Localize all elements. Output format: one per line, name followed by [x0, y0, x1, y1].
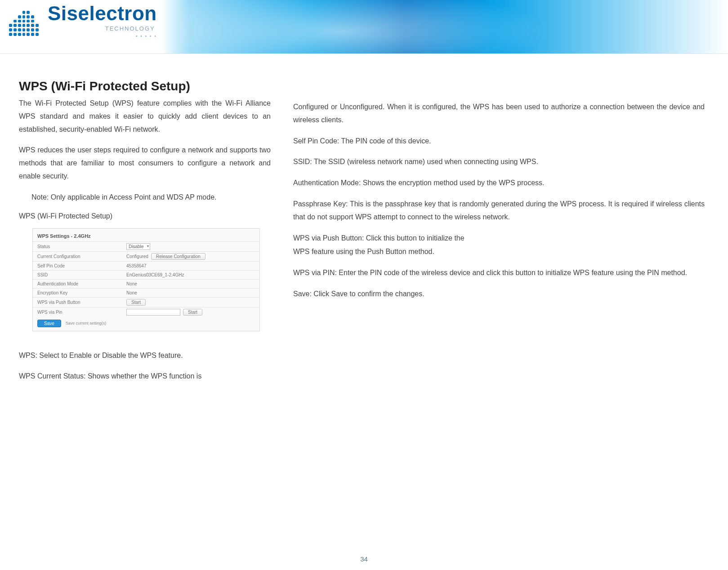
wpin-label: WPS via Pin	[37, 310, 123, 315]
wps-select-text: WPS: Select to Enable or Disable the WPS…	[19, 349, 271, 362]
brand-dots-icon: • • • • •	[136, 34, 157, 39]
release-config-button[interactable]: Release Configuration	[151, 253, 205, 260]
wps-settings-panel: WPS Settings - 2.4GHz Status Disable Cur…	[32, 228, 260, 331]
intro-para-2: WPS reduces the user steps required to c…	[19, 144, 271, 183]
section-subhead: WPS (Wi-Fi Protected Setup)	[19, 212, 271, 220]
row-push-button: WPS via Push Button Start	[33, 297, 259, 307]
wps-pin-input[interactable]	[126, 309, 180, 316]
r-para-self-pin: Self Pin Code: The PIN code of this devi…	[293, 135, 705, 148]
row-auth-mode: Authentication Mode None	[33, 279, 259, 288]
ssid-label: SSID	[37, 272, 123, 277]
save-button[interactable]: Save	[37, 320, 61, 327]
page-number: 34	[0, 555, 728, 563]
save-note: Save current setting(s)	[66, 321, 107, 325]
r-para-push-a: WPS via Push Button: Click this button t…	[293, 232, 705, 245]
row-wps-pin: WPS via Pin Start	[33, 307, 259, 317]
row-enc-key: Encryption Key None	[33, 288, 259, 297]
brand-name: Siselectron	[48, 4, 157, 23]
brand-subtitle: TECHNOLOGY	[105, 25, 155, 32]
auth-label: Authentication Mode	[37, 281, 123, 286]
pin-value: 45358647	[126, 263, 147, 268]
r-para-auth: Authentication Mode: Shows the encryptio…	[293, 177, 705, 190]
wps-settings-heading: WPS Settings - 2.4GHz	[33, 232, 259, 241]
logo: Siselectron TECHNOLOGY • • • • •	[6, 4, 157, 39]
row-current-config: Current Configuration Configured Release…	[33, 251, 259, 261]
auth-value: None	[126, 281, 137, 286]
wps-pin-start-button[interactable]: Start	[183, 309, 202, 316]
intro-para-1: The Wi-Fi Protected Setup (WPS) feature …	[19, 97, 271, 136]
r-para-pin: WPS via PIN: Enter the PIN code of the w…	[293, 267, 705, 280]
wps-current-status-text: WPS Current Status: Shows whether the WP…	[19, 370, 271, 383]
r-para-passphrase: Passphrase Key: This is the passphrase k…	[293, 198, 705, 224]
row-status: Status Disable	[33, 241, 259, 251]
status-select[interactable]: Disable	[126, 243, 150, 250]
page-title: WPS (Wi-Fi Protected Setup)	[19, 79, 271, 94]
enc-label: Encryption Key	[37, 290, 123, 295]
row-self-pin: Self Pin Code 45358647	[33, 261, 259, 270]
status-label: Status	[37, 244, 123, 249]
note-text: Note: Only applicable in Access Point an…	[31, 191, 253, 204]
r-para-1: Configured or Unconfigured. When it is c…	[293, 101, 705, 127]
enc-value: None	[126, 290, 137, 295]
pin-label: Self Pin Code	[37, 263, 123, 268]
r-para-push-b: WPS feature using the Push Button method…	[293, 245, 705, 258]
cfg-label: Current Configuration	[37, 254, 123, 259]
row-ssid: SSID EnGenius03CE69_1-2.4GHz	[33, 270, 259, 279]
cfg-value: Configured	[126, 254, 148, 259]
r-para-ssid: SSID: The SSID (wireless network name) u…	[293, 156, 705, 169]
header-banner: Siselectron TECHNOLOGY • • • • •	[0, 0, 728, 54]
logo-mark-icon	[6, 4, 41, 39]
ssid-value: EnGenius03CE69_1-2.4GHz	[126, 272, 184, 277]
r-para-save: Save: Click Save to confirm the changes.	[293, 288, 705, 301]
push-label: WPS via Push Button	[37, 300, 123, 305]
wps-push-start-button[interactable]: Start	[126, 299, 146, 306]
